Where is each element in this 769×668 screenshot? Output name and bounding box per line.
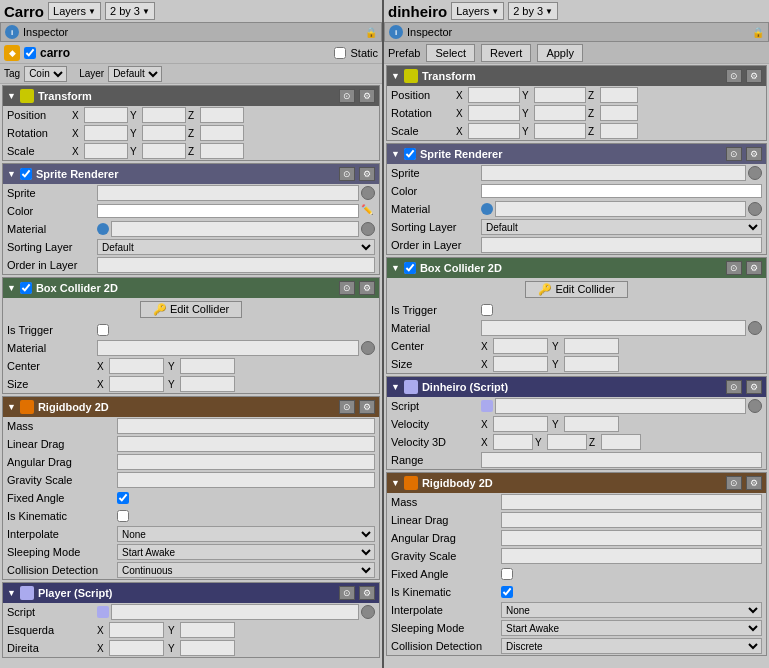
- right-color-box[interactable]: [481, 184, 762, 198]
- right-rot-y-input[interactable]: 0: [534, 105, 586, 121]
- right-collider-material-circle-btn[interactable]: [748, 321, 762, 335]
- left-trigger-checkbox[interactable]: [97, 324, 109, 336]
- right-sprite-circle-btn[interactable]: [748, 166, 762, 180]
- left-sprite-active-checkbox[interactable]: [20, 168, 32, 180]
- pos-y-input[interactable]: -2.37: [142, 107, 186, 123]
- left-material-circle-btn[interactable]: [361, 222, 375, 236]
- right-transform-copy-btn[interactable]: ⊙: [726, 69, 742, 83]
- left-size-y-input[interactable]: 2.62: [180, 376, 235, 392]
- right-velocity-x-input[interactable]: 0: [493, 416, 548, 432]
- select-btn[interactable]: Select: [426, 44, 475, 62]
- right-scale-y-input[interactable]: 1: [534, 123, 586, 139]
- right-sprite-input[interactable]: dinheiro: [481, 165, 746, 181]
- left-material-input[interactable]: Sprites-Default: [111, 221, 359, 237]
- left-collider-material-circle-btn[interactable]: [361, 341, 375, 355]
- rot-z-input[interactable]: 0: [200, 125, 244, 141]
- left-transform-gear-btn[interactable]: ⚙: [359, 89, 375, 103]
- left-order-input[interactable]: 15: [97, 257, 375, 273]
- right-collider-copy-btn[interactable]: ⊙: [726, 261, 742, 275]
- right-pos-y-input[interactable]: 3.15325: [534, 87, 586, 103]
- left-sprite-input[interactable]: carro: [97, 185, 359, 201]
- left-angulardrag-input[interactable]: 0: [117, 454, 375, 470]
- left-interpolate-select[interactable]: None: [117, 526, 375, 542]
- right-transform-gear-btn[interactable]: ⚙: [746, 69, 762, 83]
- right-script-input[interactable]: Dinheiro: [495, 398, 746, 414]
- left-collider-gear-btn[interactable]: ⚙: [359, 281, 375, 295]
- right-pos-x-input[interactable]: 1.72743: [468, 87, 520, 103]
- right-v3d-y-input[interactable]: -4: [547, 434, 587, 450]
- left-script-input[interactable]: Player: [111, 604, 359, 620]
- right-sleeping-select[interactable]: Start Awake: [501, 620, 762, 636]
- left-obj-active-checkbox[interactable]: [24, 47, 36, 59]
- left-layers-dropdown[interactable]: Layers ▼: [48, 2, 101, 20]
- right-range-input[interactable]: 4: [481, 452, 762, 468]
- left-script-circle-btn[interactable]: [361, 605, 375, 619]
- lock-icon-right[interactable]: 🔒: [752, 27, 764, 38]
- right-size-y-input[interactable]: 1.6: [564, 356, 619, 372]
- rot-x-input[interactable]: 0: [84, 125, 128, 141]
- right-gravityscale-input[interactable]: 1: [501, 548, 762, 564]
- right-v3d-z-input[interactable]: 0: [601, 434, 641, 450]
- left-rb-header[interactable]: ▼ Rigidbody 2D ⊙ ⚙: [3, 397, 379, 417]
- left-script-copy-btn[interactable]: ⊙: [339, 586, 355, 600]
- right-sprite-active-checkbox[interactable]: [404, 148, 416, 160]
- left-direita-x-input[interactable]: 10: [109, 640, 164, 656]
- right-pos-z-input[interactable]: 0: [600, 87, 638, 103]
- left-script-header[interactable]: ▼ Player (Script) ⊙ ⚙: [3, 583, 379, 603]
- scale-z-input[interactable]: 1: [200, 143, 244, 159]
- left-color-box[interactable]: [97, 204, 359, 218]
- lock-icon-left[interactable]: 🔒: [365, 27, 377, 38]
- pos-x-input[interactable]: 1.62: [84, 107, 128, 123]
- left-fixedangle-checkbox[interactable]: [117, 492, 129, 504]
- left-gravityscale-input[interactable]: 0: [117, 472, 375, 488]
- left-static-checkbox[interactable]: [334, 47, 346, 59]
- right-mass-input[interactable]: 1: [501, 494, 762, 510]
- left-edit-collider-btn[interactable]: 🔑 Edit Collider: [140, 301, 242, 318]
- right-rb-gear-btn[interactable]: ⚙: [746, 476, 762, 490]
- right-rot-x-input[interactable]: 0: [468, 105, 520, 121]
- revert-btn[interactable]: Revert: [481, 44, 531, 62]
- left-rb-copy-btn[interactable]: ⊙: [339, 400, 355, 414]
- right-edit-collider-btn[interactable]: 🔑 Edit Collider: [525, 281, 627, 298]
- left-collider-copy-btn[interactable]: ⊙: [339, 281, 355, 295]
- right-dinheiro-copy-btn[interactable]: ⊙: [726, 380, 742, 394]
- left-rb-gear-btn[interactable]: ⚙: [359, 400, 375, 414]
- right-rb-copy-btn[interactable]: ⊙: [726, 476, 742, 490]
- right-collider-material-input[interactable]: None (Physics Material 2D): [481, 320, 746, 336]
- left-collider-material-input[interactable]: None (Physics Material 2D): [97, 340, 359, 356]
- right-velocity-y-input[interactable]: -4: [564, 416, 619, 432]
- left-script-gear-btn[interactable]: ⚙: [359, 586, 375, 600]
- left-sprite-copy-btn[interactable]: ⊙: [339, 167, 355, 181]
- left-color-picker-btn[interactable]: ✏️: [361, 204, 375, 218]
- right-collider-active-checkbox[interactable]: [404, 262, 416, 274]
- left-center-y-input[interactable]: 0: [180, 358, 235, 374]
- right-order-input[interactable]: 1: [481, 237, 762, 253]
- left-grid-dropdown[interactable]: 2 by 3 ▼: [105, 2, 155, 20]
- left-mass-input[interactable]: 1: [117, 418, 375, 434]
- right-scale-x-input[interactable]: 1: [468, 123, 520, 139]
- left-sprite-header[interactable]: ▼ Sprite Renderer ⊙ ⚙: [3, 164, 379, 184]
- left-sprite-circle-btn[interactable]: [361, 186, 375, 200]
- left-esquerda-y-input[interactable]: 0: [180, 622, 235, 638]
- left-collider-active-checkbox[interactable]: [20, 282, 32, 294]
- right-size-x-input[interactable]: 1.6: [493, 356, 548, 372]
- right-sprite-gear-btn[interactable]: ⚙: [746, 147, 762, 161]
- right-interpolate-select[interactable]: None: [501, 602, 762, 618]
- right-sprite-copy-btn[interactable]: ⊙: [726, 147, 742, 161]
- right-center-y-input[interactable]: 0: [564, 338, 619, 354]
- right-lineardrag-input[interactable]: 0: [501, 512, 762, 528]
- left-layer-select[interactable]: Default: [108, 66, 162, 82]
- scale-y-input[interactable]: 1: [142, 143, 186, 159]
- scale-x-input[interactable]: 1: [84, 143, 128, 159]
- left-size-x-input[interactable]: 1.3: [109, 376, 164, 392]
- left-esquerda-x-input[interactable]: -10: [109, 622, 164, 638]
- left-center-x-input[interactable]: 0: [109, 358, 164, 374]
- right-kinematic-checkbox[interactable]: [501, 586, 513, 598]
- right-script-circle-btn[interactable]: [748, 399, 762, 413]
- left-collision-select[interactable]: Continuous: [117, 562, 375, 578]
- right-collider-header[interactable]: ▼ Box Collider 2D ⊙ ⚙: [387, 258, 766, 278]
- right-fixedangle-checkbox[interactable]: [501, 568, 513, 580]
- right-collision-select[interactable]: Discrete: [501, 638, 762, 654]
- right-layers-dropdown[interactable]: Layers ▼: [451, 2, 504, 20]
- left-sleeping-select[interactable]: Start Awake: [117, 544, 375, 560]
